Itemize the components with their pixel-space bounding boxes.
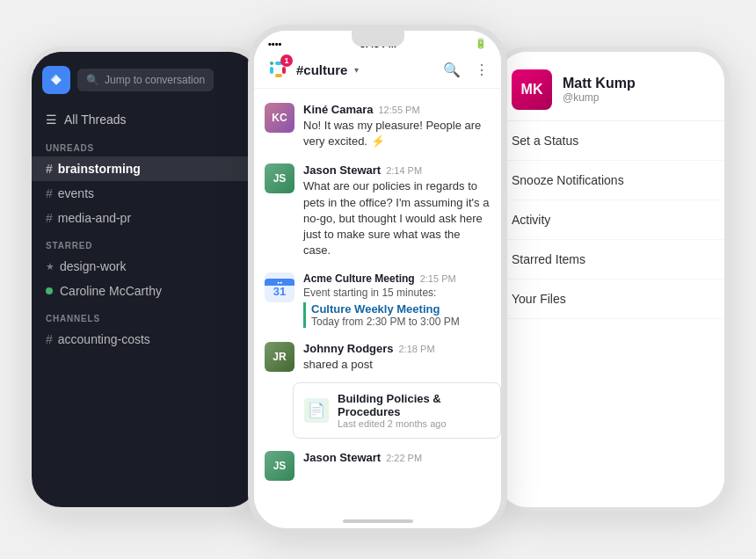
channel-name-label: brainstorming	[58, 162, 141, 176]
hash-icon: #	[46, 186, 53, 200]
more-options-icon[interactable]: ⋮	[475, 62, 489, 78]
avatar-jason: JS	[265, 163, 294, 193]
star-icon: ★	[46, 261, 55, 272]
search-icon[interactable]: 🔍	[443, 62, 461, 78]
hash-icon: #	[46, 211, 53, 225]
user-avatar: MK	[512, 69, 552, 110]
event-system: Acme Culture Meeting	[303, 272, 415, 285]
message-time: 2:14 PM	[386, 165, 422, 176]
shared-post-card[interactable]: 📄 Building Policies & Procedures Last ed…	[293, 382, 501, 439]
hash-icon: #	[46, 162, 53, 176]
avatar-kine: KC	[265, 103, 294, 133]
meeting-title[interactable]: Culture Weekly Meeting	[311, 302, 491, 316]
slack-logo: 1	[266, 58, 289, 81]
search-icon: 🔍	[86, 74, 99, 86]
all-threads-label: All Threads	[64, 113, 127, 127]
svg-rect-1	[270, 67, 273, 74]
user-name: Matt Kump	[563, 76, 636, 91]
message-text: What are our policies in regards to pets…	[303, 178, 491, 258]
message-meta: Johnny Rodgers 2:18 PM	[303, 342, 491, 355]
doc-text-info: Building Policies & Procedures Last edit…	[338, 392, 490, 429]
message-time: 2:22 PM	[386, 453, 422, 463]
menu-user-header: MK Matt Kump @kump	[498, 52, 724, 121]
cal-day: 31	[273, 286, 286, 297]
svg-rect-6	[275, 74, 282, 77]
sidebar-channel-accounting[interactable]: # accounting-costs	[32, 327, 258, 352]
chat-actions: 🔍 ⋮	[443, 62, 489, 78]
doc-title: Building Policies & Procedures	[338, 392, 490, 418]
message-meta: Jason Stewart 2:14 PM	[303, 163, 491, 177]
online-indicator	[46, 287, 53, 294]
menu-user-info: Matt Kump @kump	[563, 76, 636, 104]
channel-name-label: design-work	[60, 259, 126, 273]
shared-action-text: shared a post	[303, 357, 491, 373]
meeting-block: Culture Weekly Meeting Today from 2:30 P…	[303, 302, 491, 328]
user-handle: @kump	[563, 91, 636, 104]
menu-item-set-status[interactable]: Set a Status	[498, 121, 724, 161]
center-phone: •••• 3:48 PM 🔋 1 #cu	[248, 25, 507, 534]
channel-name-label: media-and-pr	[58, 211, 131, 225]
left-phone: 🔍 Jump to conversation ☰ All Threads UNR…	[26, 47, 264, 512]
channel-name-label: accounting-costs	[58, 332, 150, 346]
message-content-kine: Kiné Camara 12:55 PM No! It was my pleas…	[303, 103, 491, 149]
search-placeholder: Jump to conversation	[105, 74, 205, 86]
phone-notch	[352, 31, 404, 47]
channel-name-label: events	[58, 186, 94, 200]
message-author: Jason Stewart	[303, 163, 381, 177]
starred-section-label: STARRED	[32, 230, 258, 254]
chevron-down-icon[interactable]: ▾	[354, 65, 359, 75]
chat-header-left: 1 #culture ▾	[266, 58, 359, 81]
chat-header: 1 #culture ▾ 🔍 ⋮	[254, 53, 501, 89]
sidebar-top-bar: 🔍 Jump to conversation	[32, 52, 258, 101]
battery-indicator: 🔋	[475, 38, 487, 49]
menu-item-files[interactable]: Your Files	[498, 280, 724, 319]
right-phone: MK Matt Kump @kump Set a Status Snooze N…	[492, 47, 730, 512]
menu-item-snooze[interactable]: Snooze Notifications	[498, 161, 724, 200]
avatar-initials: MK	[521, 82, 543, 98]
sidebar-channel-media-and-pr[interactable]: # media-and-pr	[32, 206, 258, 230]
calendar-event: ●● 31 Acme Culture Meeting 2:15 PM Event…	[254, 265, 501, 335]
threads-icon: ☰	[46, 113, 57, 127]
message-author: Kiné Camara	[303, 103, 373, 116]
message-meta: Acme Culture Meeting 2:15 PM	[303, 272, 491, 285]
message-time: 12:55 PM	[378, 105, 419, 115]
doc-subtitle: Last edited 2 months ago	[338, 418, 490, 429]
sidebar-channel-brainstorming[interactable]: # brainstorming	[32, 156, 258, 181]
event-time: 2:15 PM	[420, 273, 456, 284]
notification-badge: 1	[280, 54, 293, 67]
menu-item-activity[interactable]: Activity	[498, 200, 724, 240]
message-content-jason-2: Jason Stewart 2:22 PM	[303, 451, 491, 481]
message-content-jason: Jason Stewart 2:14 PM What are our polic…	[303, 163, 491, 258]
avatar-initials: JS	[265, 451, 294, 481]
search-input[interactable]: 🔍 Jump to conversation	[77, 69, 214, 91]
message-jason-1: JS Jason Stewart 2:14 PM What are our po…	[254, 156, 501, 265]
home-indicator	[343, 519, 413, 523]
channels-section-label: CHANNELS	[32, 303, 258, 327]
message-text: No! It was my pleasure! People are very …	[303, 118, 491, 149]
dm-name-label: Caroline McCarthy	[60, 284, 162, 298]
avatar-jason-2: JS	[265, 451, 294, 481]
meeting-time: Today from 2:30 PM to 3:00 PM	[311, 316, 491, 328]
calendar-text: Acme Culture Meeting 2:15 PM Event start…	[303, 272, 491, 328]
unreads-section-label: UNREADS	[32, 133, 258, 156]
avatar-initials: KC	[265, 103, 294, 133]
chat-messages: KC Kiné Camara 12:55 PM No! It was my pl…	[254, 89, 501, 528]
sidebar-dm-caroline[interactable]: Caroline McCarthy	[32, 279, 258, 303]
all-threads-item[interactable]: ☰ All Threads	[32, 106, 258, 133]
channel-title: #culture	[296, 62, 347, 77]
svg-rect-5	[282, 67, 286, 74]
sidebar-channel-design-work[interactable]: ★ design-work	[32, 254, 258, 279]
svg-rect-2	[270, 62, 273, 65]
sidebar-channel-events[interactable]: # events	[32, 181, 258, 206]
avatar-initials: JR	[265, 342, 294, 372]
avatar-johnny: JR	[265, 342, 294, 372]
calendar-icon: ●● 31	[265, 272, 294, 302]
sidebar: 🔍 Jump to conversation ☰ All Threads UNR…	[32, 52, 258, 507]
message-meta: Kiné Camara 12:55 PM	[303, 103, 491, 116]
sidebar-nav: ☰ All Threads UNREADS # brainstorming # …	[32, 101, 258, 507]
message-author: Jason Stewart	[303, 451, 381, 464]
app-logo	[42, 66, 70, 94]
avatar-initials: JS	[265, 163, 294, 193]
menu-item-starred[interactable]: Starred Items	[498, 240, 724, 280]
hash-icon: #	[46, 332, 53, 346]
